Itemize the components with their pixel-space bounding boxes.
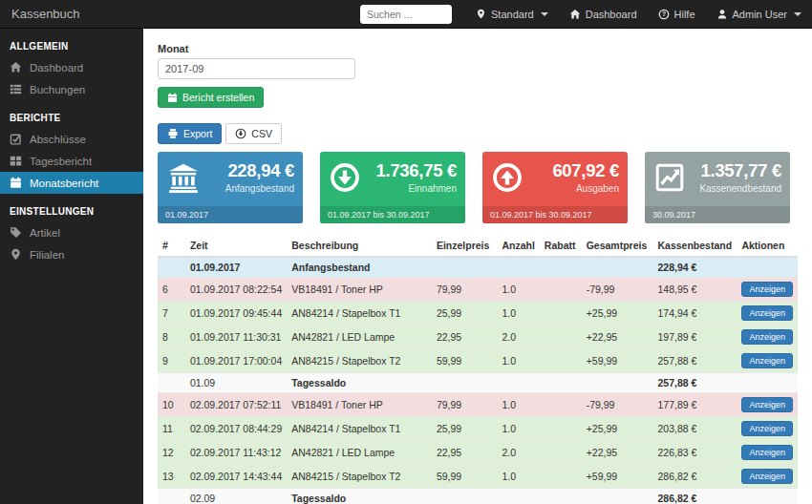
- col-header-gesamtpreis: Gesamtpreis: [582, 235, 653, 257]
- table-row: 10 02.09.2017 07:52:11 VB18491 / Toner H…: [158, 393, 798, 417]
- table-header-row: # Zeit Beschreibung Einzelpreis Anzahl R…: [158, 235, 798, 257]
- sidebar-item-label: Filialen: [30, 249, 64, 261]
- rabatt-cell: [540, 441, 582, 465]
- sidebar-item-dashboard[interactable]: Dashboard: [0, 56, 143, 78]
- aktionen-cell: Anzeigen: [737, 393, 798, 417]
- summary-card-ausgaben: 607,92 € Ausgaben 01.09.2017 bis 30.09.2…: [482, 152, 628, 223]
- sidebar: ALLGEMEIN Dashboard Buchungen BERICHTE A…: [0, 29, 143, 504]
- aktionen-cell: Anzeigen: [737, 417, 798, 441]
- app-brand: Kassenbuch: [0, 7, 143, 21]
- anzeigen-button[interactable]: Anzeigen: [741, 329, 793, 345]
- beschreibung-cell: AN84215 / Stapelbox T2: [287, 465, 432, 489]
- row-number-cell: [158, 373, 185, 393]
- nav-item-dashboard[interactable]: Dashboard: [559, 0, 648, 29]
- month-label: Monat: [158, 43, 798, 54]
- einzelpreis-cell: 59,99: [432, 465, 498, 489]
- print-icon: [167, 128, 179, 139]
- beschreibung-cell: Anfangsbestand: [287, 257, 432, 278]
- aktionen-cell: Anzeigen: [737, 441, 798, 465]
- kassenbestand-cell: 226,83 €: [652, 441, 737, 465]
- kassenbestand-cell: 286,82 €: [652, 465, 737, 489]
- csv-button[interactable]: CSV: [225, 123, 282, 144]
- table-row: 01.09.2017 Anfangsbestand 228,94 €: [158, 257, 798, 278]
- nav-item-standard[interactable]: Standard: [465, 0, 559, 29]
- card-period: 01.09.2017: [158, 206, 303, 223]
- sidebar-item-abschluesse[interactable]: Abschlüsse: [0, 128, 143, 150]
- card-label: Kassenendbestand: [685, 183, 781, 194]
- anzeigen-button[interactable]: Anzeigen: [741, 445, 793, 460]
- search-input[interactable]: [360, 5, 452, 24]
- user-icon: [716, 9, 728, 20]
- table-row: 11 02.09.2017 08:44:29 AN84214 / Stapelb…: [158, 417, 798, 441]
- anzeigen-button[interactable]: Anzeigen: [741, 353, 793, 368]
- anzeigen-button[interactable]: Anzeigen: [741, 397, 793, 412]
- home-icon: [569, 9, 581, 20]
- sidebar-item-filialen[interactable]: Filialen: [0, 243, 143, 265]
- gesamtpreis-cell: +59,99: [582, 465, 653, 489]
- anzeigen-button[interactable]: Anzeigen: [741, 282, 793, 297]
- beschreibung-cell: AN42821 / LED Lampe: [287, 326, 432, 349]
- nav-item-admin-user[interactable]: Admin User: [706, 0, 812, 29]
- summary-card-anfangsbestand: 228,94 € Anfangsbestand 01.09.2017: [158, 152, 303, 223]
- zeit-cell: 01.09.2017: [185, 257, 287, 278]
- export-label: Export: [183, 129, 212, 139]
- table-row: 12 02.09.2017 11:43:12 AN42821 / LED Lam…: [158, 441, 798, 465]
- anzahl-cell: 1.0: [497, 465, 539, 489]
- row-number-cell: 12: [158, 441, 185, 465]
- anzeigen-button[interactable]: Anzeigen: [741, 305, 793, 321]
- transactions-table: # Zeit Beschreibung Einzelpreis Anzahl R…: [158, 235, 798, 504]
- check-square-icon: [10, 133, 22, 145]
- beschreibung-cell: VB18491 / Toner HP: [287, 393, 432, 417]
- kassenbestand-cell: 257,88 €: [652, 349, 737, 373]
- zeit-cell: 01.09.2017 09:45:44: [185, 302, 287, 326]
- zeit-cell: 01.09.2017 08:22:54: [185, 278, 287, 302]
- sidebar-item-artikel[interactable]: Artikel: [0, 221, 143, 243]
- beschreibung-cell: AN84214 / Stapelbox T1: [287, 302, 432, 326]
- nav-item-hilfe[interactable]: Hilfe: [648, 0, 706, 29]
- transactions-table-body: 01.09.2017 Anfangsbestand 228,94 € 6 01.…: [158, 257, 798, 504]
- beschreibung-cell: Tagessaldo: [287, 489, 432, 504]
- einzelpreis-cell: [432, 373, 498, 393]
- create-report-label: Bericht erstellen: [182, 93, 254, 103]
- zeit-cell: 02.09.2017 08:44:29: [185, 417, 287, 441]
- beschreibung-cell: VB18491 / Toner HP: [287, 278, 432, 302]
- zeit-cell: 02.09.2017 07:52:11: [185, 393, 287, 417]
- create-report-button[interactable]: Bericht erstellen: [158, 87, 264, 108]
- map-marker-icon: [476, 9, 486, 19]
- row-number-cell: 8: [158, 326, 185, 349]
- einzelpreis-cell: 59,99: [432, 349, 498, 373]
- bank-icon: [167, 162, 200, 195]
- zeit-cell: 01.09.2017 17:00:04: [185, 349, 287, 373]
- einzelpreis-cell: 22,95: [432, 326, 498, 349]
- row-number-cell: 9: [158, 349, 185, 373]
- export-button[interactable]: Export: [158, 123, 222, 144]
- col-header-anzahl: Anzahl: [497, 235, 539, 257]
- anzahl-cell: 2.0: [497, 441, 539, 465]
- anzeigen-button[interactable]: Anzeigen: [741, 421, 793, 436]
- sidebar-item-tagesbericht[interactable]: Tagesbericht: [0, 150, 143, 172]
- sidebar-item-monatsbericht[interactable]: Monatsbericht: [0, 172, 143, 194]
- kassenbestand-cell: 257,88 €: [652, 373, 737, 393]
- card-period: 30.09.2017: [645, 206, 790, 223]
- card-value: 1.357,77 €: [685, 160, 781, 181]
- summary-card-kassenendbestand: 1.357,77 € Kassenendbestand 30.09.2017: [645, 152, 790, 223]
- anzahl-cell: 1.0: [497, 393, 539, 417]
- map-marker-icon: [10, 248, 22, 261]
- gesamtpreis-cell: -79,99: [582, 278, 653, 302]
- row-number-cell: 13: [158, 465, 185, 489]
- kassenbestand-cell: 203,88 €: [652, 417, 737, 441]
- month-input[interactable]: [158, 58, 355, 79]
- sidebar-item-buchungen[interactable]: Buchungen: [0, 78, 143, 100]
- nav-item-label: Hilfe: [674, 9, 695, 20]
- anzeigen-button[interactable]: Anzeigen: [741, 469, 793, 484]
- sidebar-item-label: Tagesbericht: [30, 156, 92, 167]
- row-number-cell: [158, 257, 185, 278]
- rabatt-cell: [540, 393, 582, 417]
- gesamtpreis-cell: +25,99: [582, 417, 653, 441]
- summary-card-einnahmen: 1.736,75 € Einnahmen 01.09.2017 bis 30.0…: [320, 152, 465, 223]
- nav-item-label: Standard: [491, 9, 534, 20]
- line-chart-icon: [654, 162, 685, 193]
- anzahl-cell: 1.0: [497, 417, 539, 441]
- calendar-icon: [10, 177, 22, 189]
- card-label: Ausgaben: [523, 183, 619, 194]
